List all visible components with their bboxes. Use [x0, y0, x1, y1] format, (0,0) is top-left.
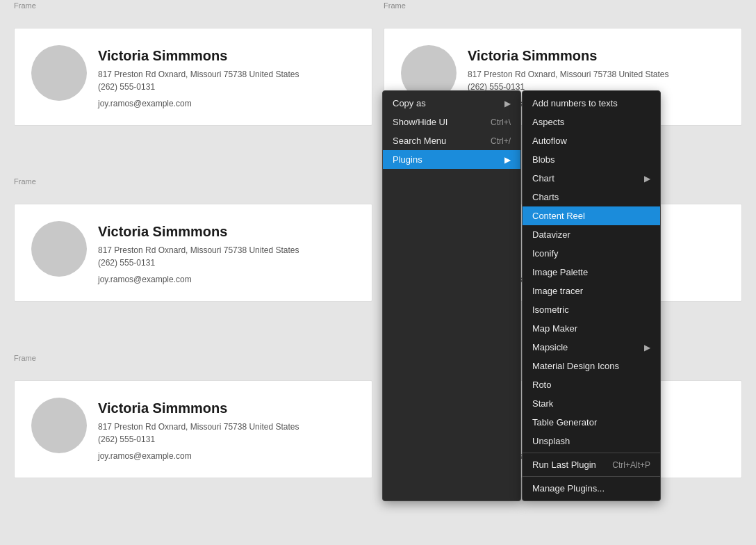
card-1: Victoria Simmmons 817 Preston Rd Oxnard,… — [26, 40, 361, 114]
plugin-mapsicle-arrow: ▶ — [644, 343, 650, 352]
frame-label-2: Frame — [384, 1, 406, 10]
plugin-run-last-shortcut: Ctrl+Alt+P — [612, 460, 650, 470]
card-address-2: 817 Preston Rd Oxnard, Missouri 75738 Un… — [468, 68, 725, 93]
menu-item-show-hide-ui-shortcut: Ctrl+\ — [491, 117, 511, 127]
plugin-iconify[interactable]: Iconify — [523, 244, 660, 263]
card-name-3: Victoria Simmmons — [98, 224, 355, 240]
plugin-aspects[interactable]: Aspects — [523, 113, 660, 131]
menu-item-copy-as-arrow: ▶ — [504, 99, 511, 108]
plugin-roto[interactable]: Roto — [523, 375, 660, 394]
plugin-chart[interactable]: Chart ▶ — [523, 169, 660, 188]
card-name-2: Victoria Simmmons — [468, 48, 725, 64]
plugin-charts[interactable]: Charts — [523, 188, 660, 206]
plugin-content-reel[interactable]: Content Reel — [523, 206, 660, 225]
context-menu[interactable]: Copy as ▶ Show/Hide UI Ctrl+\ Search Men… — [382, 90, 521, 501]
card-email-3: joy.ramos@example.com — [98, 275, 355, 284]
avatar-5 — [31, 398, 87, 453]
menu-item-show-hide-ui-label: Show/Hide UI — [393, 117, 447, 127]
card-email-1: joy.ramos@example.com — [98, 99, 355, 108]
submenu-divider-2 — [523, 476, 660, 477]
plugin-isometric[interactable]: Isometric — [523, 300, 660, 319]
plugin-chart-arrow: ▶ — [644, 174, 650, 184]
plugin-manage[interactable]: Manage Plugins... — [523, 479, 660, 498]
plugin-mapsicle[interactable]: Mapsicle ▶ — [523, 338, 660, 357]
frame-label-5: Frame — [14, 354, 36, 362]
frame-label-3: Frame — [14, 177, 36, 186]
frame-1: Frame Victoria Simmmons 817 Preston Rd O… — [14, 14, 372, 179]
avatar-1 — [31, 45, 87, 101]
menu-item-plugins-arrow: ▶ — [504, 155, 511, 165]
card-name-5: Victoria Simmmons — [98, 400, 355, 416]
card-5: Victoria Simmmons 817 Preston Rd Oxnard,… — [26, 392, 361, 466]
card-address-1: 817 Preston Rd Oxnard, Missouri 75738 Un… — [98, 68, 355, 93]
plugin-map-maker[interactable]: Map Maker — [523, 319, 660, 338]
plugins-submenu[interactable]: Add numbers to texts Aspects Autoflow Bl… — [522, 90, 661, 501]
plugin-add-numbers[interactable]: Add numbers to texts — [523, 94, 660, 113]
frame-5: Frame Victoria Simmmons 817 Preston Rd O… — [14, 366, 372, 531]
plugin-material-design-icons[interactable]: Material Design Icons — [523, 357, 660, 375]
plugin-autoflow[interactable]: Autoflow — [523, 131, 660, 150]
card-address-3: 817 Preston Rd Oxnard, Missouri 75738 Un… — [98, 244, 355, 269]
avatar-3 — [31, 221, 87, 277]
card-3: Victoria Simmmons 817 Preston Rd Oxnard,… — [26, 215, 361, 290]
card-address-5: 817 Preston Rd Oxnard, Missouri 75738 Un… — [98, 421, 355, 446]
plugin-stark[interactable]: Stark — [523, 394, 660, 413]
frame-label-1: Frame — [14, 1, 36, 10]
plugin-image-tracer[interactable]: Image tracer — [523, 282, 660, 300]
plugin-unsplash[interactable]: Unsplash — [523, 432, 660, 450]
menu-item-search-menu-label: Search Menu — [393, 136, 446, 146]
card-info-3: Victoria Simmmons 817 Preston Rd Oxnard,… — [98, 221, 355, 284]
menu-item-search-menu-shortcut: Ctrl+/ — [491, 136, 511, 146]
plugin-image-palette[interactable]: Image Palette — [523, 263, 660, 282]
menu-item-plugins[interactable]: Plugins ▶ — [383, 150, 520, 169]
plugin-datavizer[interactable]: Datavizer — [523, 225, 660, 244]
plugin-table-generator[interactable]: Table Generator — [523, 413, 660, 432]
card-info-5: Victoria Simmmons 817 Preston Rd Oxnard,… — [98, 398, 355, 461]
menu-item-copy-as-label: Copy as — [393, 98, 426, 108]
context-menu-overlay: Copy as ▶ Show/Hide UI Ctrl+\ Search Men… — [382, 90, 661, 501]
submenu-divider-1 — [523, 453, 660, 453]
card-name-1: Victoria Simmmons — [98, 48, 355, 64]
plugin-blobs[interactable]: Blobs — [523, 150, 660, 169]
menu-item-search-menu[interactable]: Search Menu Ctrl+/ — [383, 131, 520, 150]
menu-item-show-hide-ui[interactable]: Show/Hide UI Ctrl+\ — [383, 113, 520, 131]
menu-item-plugins-label: Plugins — [393, 154, 422, 165]
plugin-run-last[interactable]: Run Last Plugin Ctrl+Alt+P — [523, 455, 660, 474]
card-info-1: Victoria Simmmons 817 Preston Rd Oxnard,… — [98, 45, 355, 108]
card-email-5: joy.ramos@example.com — [98, 451, 355, 461]
menu-item-copy-as[interactable]: Copy as ▶ — [383, 94, 520, 113]
frame-3: Frame Victoria Simmmons 817 Preston Rd O… — [14, 190, 372, 355]
